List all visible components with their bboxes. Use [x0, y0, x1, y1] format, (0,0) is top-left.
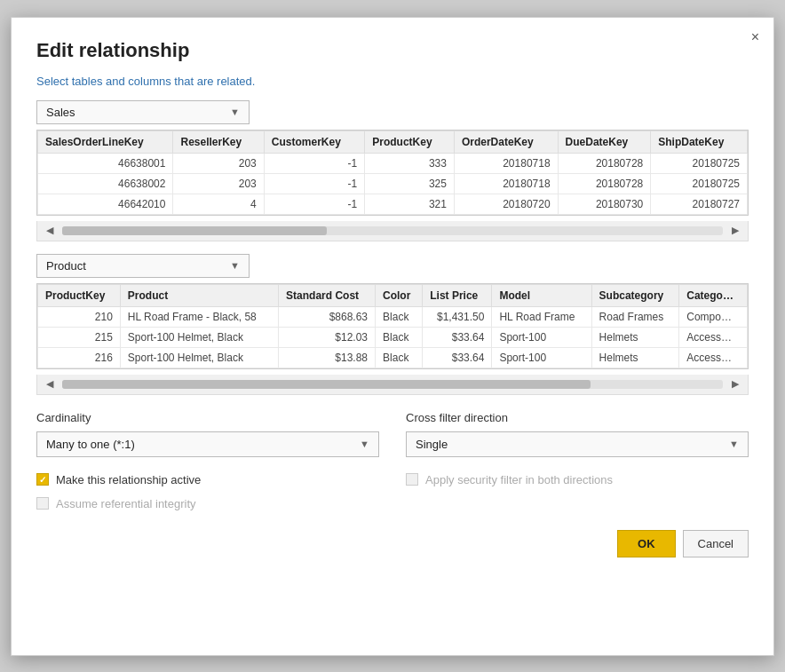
close-button[interactable]: ×: [751, 30, 759, 44]
cancel-button[interactable]: Cancel: [683, 530, 749, 557]
active-checkbox-row[interactable]: Make this relationship active: [36, 473, 379, 486]
integrity-checkbox-label: Assume referential integrity: [56, 497, 196, 510]
scroll-right-arrow2[interactable]: ▶: [726, 377, 744, 391]
active-checkbox-label: Make this relationship active: [56, 473, 201, 486]
col-reseller-key: ResellerKey: [173, 130, 264, 153]
col-product: Product: [120, 284, 278, 306]
col-subcategory: Subcategory: [591, 284, 679, 306]
table-row: 216 Sport-100 Helmet, Black $13.88 Black…: [38, 347, 748, 368]
scroll-left-arrow[interactable]: ◀: [41, 224, 59, 238]
table1-section: Sales ▼ SalesOrderLineKey ResellerKey Cu…: [36, 100, 749, 241]
table2-dropdown-value: Product: [46, 259, 86, 273]
options-row: Cardinality Many to one (*:1) ▼ Cross fi…: [36, 411, 749, 457]
table-row: 210 HL Road Frame - Black, 58 $868.63 Bl…: [38, 306, 748, 327]
cross-filter-arrow: ▼: [729, 439, 739, 449]
table1-wrapper: SalesOrderLineKey ResellerKey CustomerKe…: [36, 130, 749, 216]
col-color: Color: [376, 284, 423, 306]
table1-dropdown-value: Sales: [46, 106, 75, 119]
cross-filter-value: Single: [416, 438, 448, 451]
table2: ProductKey Product Standard Cost Color L…: [37, 284, 748, 368]
table1-dropdown[interactable]: Sales ▼: [36, 100, 250, 124]
col-standard-cost: Standard Cost: [279, 284, 376, 306]
security-checkbox[interactable]: [406, 473, 418, 486]
edit-relationship-dialog: × Edit relationship Select tables and co…: [11, 17, 774, 656]
col-order-date-key: OrderDateKey: [454, 130, 558, 153]
table2-scrollbar[interactable]: ◀ ▶: [36, 375, 749, 395]
col-category: Catego…: [679, 284, 748, 306]
table2-dropdown-arrow: ▼: [230, 260, 240, 271]
table2-wrapper: ProductKey Product Standard Cost Color L…: [36, 283, 749, 369]
scroll-thumb2: [62, 380, 591, 389]
table-row: 46642010 4 -1 321 20180720 20180730 2018…: [38, 194, 748, 214]
right-checkboxes: Apply security filter in both directions: [406, 470, 749, 486]
table1-scrollbar[interactable]: ◀ ▶: [36, 221, 749, 241]
scroll-thumb: [62, 226, 327, 235]
security-checkbox-label: Apply security filter in both directions: [425, 473, 613, 486]
checkboxes-container: Make this relationship active Assume ref…: [36, 470, 749, 510]
scroll-left-arrow2[interactable]: ◀: [41, 377, 59, 391]
col-model: Model: [492, 284, 591, 306]
table-row: 46638002 203 -1 325 20180718 20180728 20…: [38, 173, 748, 194]
col-due-date-key: DueDateKey: [558, 130, 651, 153]
cross-filter-group: Cross filter direction Single ▼: [406, 411, 749, 457]
security-checkbox-row[interactable]: Apply security filter in both directions: [406, 473, 749, 486]
cross-filter-label: Cross filter direction: [406, 411, 749, 424]
scroll-track2[interactable]: [62, 380, 723, 389]
left-checkboxes: Make this relationship active Assume ref…: [36, 470, 379, 510]
col-sales-order-line-key: SalesOrderLineKey: [38, 130, 173, 153]
col-product-key: ProductKey: [365, 130, 455, 153]
integrity-checkbox[interactable]: [36, 497, 49, 510]
table1-dropdown-arrow: ▼: [230, 107, 240, 117]
col-list-price: List Price: [423, 284, 492, 306]
col-product-key2: ProductKey: [38, 284, 121, 306]
table1: SalesOrderLineKey ResellerKey CustomerKe…: [37, 130, 748, 215]
scroll-track[interactable]: [62, 226, 723, 235]
cross-filter-dropdown[interactable]: Single ▼: [406, 431, 749, 457]
cardinality-arrow: ▼: [360, 439, 369, 449]
table-row: 46638001 203 -1 333 20180718 20180728 20…: [38, 153, 748, 173]
table1-header-row: SalesOrderLineKey ResellerKey CustomerKe…: [38, 130, 748, 153]
table2-dropdown[interactable]: Product ▼: [36, 254, 250, 278]
scroll-right-arrow[interactable]: ▶: [726, 224, 744, 238]
table2-section: Product ▼ ProductKey Product Standard Co…: [36, 254, 749, 395]
col-customer-key: CustomerKey: [264, 130, 364, 153]
integrity-checkbox-row[interactable]: Assume referential integrity: [36, 497, 379, 510]
bottom-buttons: OK Cancel: [36, 530, 749, 557]
col-ship-date-key: ShipDateKey: [651, 130, 748, 153]
table2-header-row: ProductKey Product Standard Cost Color L…: [38, 284, 748, 306]
cardinality-group: Cardinality Many to one (*:1) ▼: [36, 411, 379, 457]
dialog-subtitle: Select tables and columns that are relat…: [36, 75, 749, 88]
ok-button[interactable]: OK: [617, 530, 676, 557]
active-checkbox[interactable]: [36, 473, 49, 486]
cardinality-label: Cardinality: [36, 411, 379, 424]
cardinality-value: Many to one (*:1): [46, 438, 135, 451]
cardinality-dropdown[interactable]: Many to one (*:1) ▼: [36, 431, 379, 457]
table-row: 215 Sport-100 Helmet, Black $12.03 Black…: [38, 327, 748, 347]
dialog-title: Edit relationship: [36, 39, 749, 62]
